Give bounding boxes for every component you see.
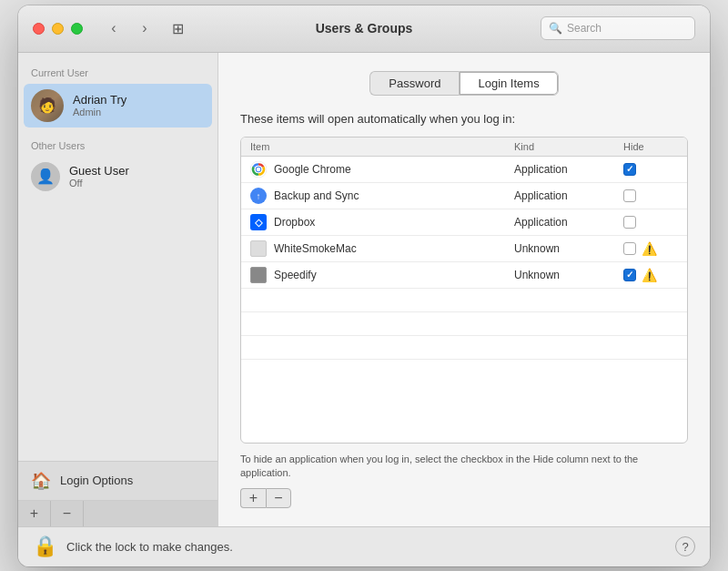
minimize-button[interactable] [52,23,64,35]
item-name: WhiteSmokeMac [274,242,357,255]
close-button[interactable] [33,23,45,35]
hide-cell [623,163,678,176]
item-name-cell: ↑ Backup and Sync [250,188,514,204]
hide-cell [623,216,678,229]
svg-text:◇: ◇ [254,217,263,228]
kind-value: Unknown [514,269,623,281]
guest-status: Off [69,178,129,189]
empty-row [241,289,687,312]
lock-label: Click the lock to make changes. [66,540,233,554]
hide-checkbox[interactable] [623,189,636,202]
hide-checkbox[interactable] [623,163,636,176]
avatar: 🧑 [31,89,64,122]
description-text: These items will open automatically when… [240,112,688,126]
help-button[interactable]: ? [675,536,695,556]
user-name: Adrian Try [73,93,126,107]
hide-checkbox[interactable] [623,242,636,255]
guest-user-item[interactable]: 👤 Guest User Off [18,157,217,197]
svg-text:↑: ↑ [257,191,261,201]
table-row: ↑ Backup and Sync Application [241,183,687,209]
tab-login-items[interactable]: Login Items [459,71,558,96]
empty-row [241,312,687,336]
svg-point-3 [257,167,260,170]
col-item: Item [250,141,514,152]
sidebar-controls: + − [18,500,217,526]
forward-button[interactable]: › [132,18,157,38]
sidebar-bottom: 🏠 Login Options + − [18,461,217,526]
search-bar[interactable]: 🔍 [541,16,695,40]
table-row: Speedify Unknown ⚠️ [241,262,687,289]
whitesmoke-icon [250,240,267,257]
remove-user-button[interactable]: − [51,501,84,526]
warning-icon: ⚠️ [642,268,657,282]
content-area: Current User 🧑 Adrian Try Admin Other Us… [18,53,710,526]
search-icon: 🔍 [549,22,562,35]
kind-value: Unknown [514,242,623,255]
sidebar: Current User 🧑 Adrian Try Admin Other Us… [18,53,218,526]
chrome-icon [250,161,267,178]
table-row: ◇ Dropbox Application [241,209,687,236]
tab-bar: Password Login Items [240,71,688,96]
item-name-cell: WhiteSmokeMac [250,240,514,257]
main-panel: Password Login Items These items will op… [218,53,710,526]
remove-item-button[interactable]: − [266,488,291,508]
grid-icon[interactable]: ⊞ [172,20,184,37]
item-name-cell: Speedify [250,267,514,283]
dropbox-icon: ◇ [250,214,267,230]
item-name: Backup and Sync [274,189,359,202]
table-header: Item Kind Hide [241,138,687,157]
warning-icon: ⚠️ [642,241,657,256]
maximize-button[interactable] [71,23,83,35]
hide-checkbox[interactable] [623,216,636,229]
table-controls: + − [240,488,688,508]
bottom-bar: 🔒 Click the lock to make changes. ? [18,526,710,566]
back-button[interactable]: ‹ [101,18,126,38]
col-hide: Hide [623,141,678,152]
traffic-lights [33,23,83,35]
col-kind: Kind [514,141,623,152]
guest-info: Guest User Off [69,164,129,189]
current-user-item[interactable]: 🧑 Adrian Try Admin [24,84,212,127]
hide-cell: ⚠️ [623,268,678,282]
table-row: Google Chrome Application [241,157,687,183]
footer-note: To hide an application when you log in, … [240,453,688,481]
main-window: ‹ › ⊞ Users & Groups 🔍 Current User 🧑 Ad… [18,5,710,566]
empty-row [241,336,687,360]
speedify-icon [250,267,267,283]
window-title: Users & Groups [316,21,413,36]
guest-name: Guest User [69,164,129,178]
hide-cell: ⚠️ [623,241,678,256]
item-name: Google Chrome [274,163,351,176]
guest-avatar: 👤 [31,162,60,191]
user-role: Admin [73,107,126,117]
item-name: Speedify [274,269,317,281]
other-users-label: Other Users [18,137,217,157]
kind-value: Application [514,163,623,176]
lock-container: 🔒 Click the lock to make changes. [33,535,233,558]
tab-password[interactable]: Password [369,71,459,96]
hide-checkbox[interactable] [623,269,636,281]
search-input[interactable] [567,22,687,35]
table-row: WhiteSmokeMac Unknown ⚠️ [241,236,687,262]
item-name-cell: ◇ Dropbox [250,214,514,230]
kind-value: Application [514,189,623,202]
hide-cell [623,189,678,202]
backup-icon: ↑ [250,188,267,204]
lock-icon[interactable]: 🔒 [33,535,57,558]
items-table: Item Kind Hide [240,137,688,444]
user-info: Adrian Try Admin [73,93,126,117]
add-user-button[interactable]: + [18,501,51,526]
titlebar: ‹ › ⊞ Users & Groups 🔍 [18,5,710,53]
item-name: Dropbox [274,216,315,229]
current-user-label: Current User [18,64,217,84]
add-item-button[interactable]: + [240,488,266,508]
kind-value: Application [514,216,623,229]
login-options-button[interactable]: 🏠 Login Options [18,461,217,500]
home-icon: 🏠 [31,471,51,491]
item-name-cell: Google Chrome [250,161,514,178]
nav-buttons: ‹ › [101,18,157,38]
login-options-label: Login Options [60,474,133,487]
